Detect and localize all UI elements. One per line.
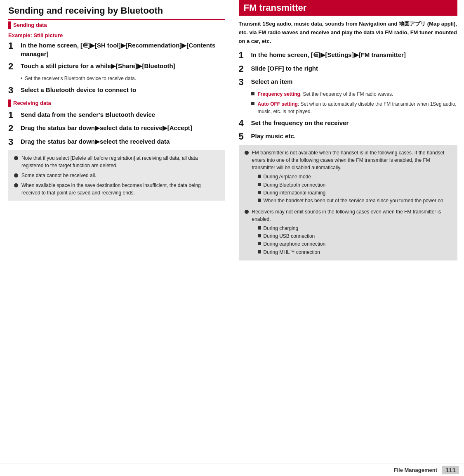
fm-sub-sq-6 <box>258 234 261 237</box>
fm-sub-text-6: During USB connection <box>264 232 315 240</box>
recv-step-num-3: 3 <box>8 137 19 147</box>
fm-note-bullet-2 <box>245 210 249 214</box>
fm-sub-text-2: Auto OFF setting: Set when to automatica… <box>258 100 458 115</box>
fm-note-2-sub-2: During USB connection <box>258 232 452 240</box>
fm-sub-sq-1 <box>258 175 261 178</box>
note-text-1: Note that if you select [Delete all befo… <box>21 154 219 169</box>
note-bullet-3 <box>14 183 18 187</box>
recv-step-text-1: Send data from the sender's Bluetooth de… <box>21 110 155 119</box>
fm-sub-text-1: During Airplane mode <box>264 173 311 181</box>
note-item-2: Some data cannot be received all. <box>14 172 219 179</box>
fm-sub-item-2: Auto OFF setting: Set when to automatica… <box>251 100 458 115</box>
receiving-step-2: 2 Drag the status bar down▶select data t… <box>8 123 225 133</box>
step-num-3: 3 <box>8 85 19 95</box>
fm-note-box: FM transmitter is not available when the… <box>239 145 458 260</box>
fm-note-content-1: FM transmitter is not available when the… <box>252 149 452 205</box>
fm-step-num-5: 5 <box>239 132 250 142</box>
fm-sub-text-2: During Bluetooth connection <box>264 181 326 189</box>
fm-sub-text-3: During international roaming <box>264 189 326 197</box>
fm-step-num-2: 2 <box>239 64 250 74</box>
fm-note-2-sublist: During charging During USB connection Du… <box>258 225 452 256</box>
right-column: FM transmitter Transmit 1Seg audio, musi… <box>232 0 464 464</box>
fm-note-bullet-1 <box>245 151 249 155</box>
fm-step-5: 5 Play music etc. <box>239 132 458 142</box>
fm-step-text-2: Slide [OFF] to the right <box>251 64 318 73</box>
fm-note-1-sub-2: During Bluetooth connection <box>258 181 452 189</box>
recv-step-num-1: 1 <box>8 110 19 120</box>
fm-sub-text-5: During charging <box>264 225 299 232</box>
fm-step-num-4: 4 <box>239 118 250 128</box>
fm-step-num-3: 3 <box>239 77 250 87</box>
recv-step-text-3: Drag the status bar down▶select the rece… <box>21 137 170 146</box>
fm-step-3: 3 Select an item <box>239 77 458 87</box>
receiving-data-heading: Receiving data <box>8 99 225 107</box>
left-column: Sending and receiving by Bluetooth Sendi… <box>0 0 232 464</box>
fm-step-text-5: Play music etc. <box>251 132 296 140</box>
fm-sub-text-4: When the handset has been out of the ser… <box>264 197 443 205</box>
fm-note-2-sub-3: During earphone connection <box>258 240 452 248</box>
receiving-step-1: 1 Send data from the sender's Bluetooth … <box>8 110 225 120</box>
page-number: 111 <box>442 466 459 474</box>
fm-steps: 1 In the home screen, [⋹]▶[Settings]▶[FM… <box>239 50 458 142</box>
main-title: Sending and receiving by Bluetooth <box>8 5 225 20</box>
sending-steps: 1 In the home screen, [⋹]▶[SH tool]▶[Rec… <box>8 41 225 95</box>
fm-sub-text-1: Frequency setting: Set the frequency of … <box>258 90 393 98</box>
heading-bar <box>8 21 11 29</box>
fm-note-1-sub-1: During Airplane mode <box>258 173 452 181</box>
fm-note-1-sub-3: During international roaming <box>258 189 452 197</box>
sending-data-heading: Sending data <box>8 21 225 29</box>
fm-step-4: 4 Set the frequency on the receiver <box>239 118 458 128</box>
fm-note-2-sub-1: During charging <box>258 225 452 232</box>
fm-sub-sq-2 <box>258 183 261 186</box>
step-text-1: In the home screen, [⋹]▶[SH tool]▶[Recom… <box>21 41 225 58</box>
sub-sq-1 <box>251 92 254 95</box>
footer-text: File Management <box>394 467 437 473</box>
left-note-box: Note that if you select [Delete all befo… <box>8 150 225 201</box>
fm-step-text-1: In the home screen, [⋹]▶[Settings]▶[FM t… <box>251 50 406 59</box>
fm-step-3-sub: Frequency setting: Set the frequency of … <box>251 90 458 115</box>
fm-note-text-2: Receivers may not emit sounds in the fol… <box>252 209 441 222</box>
step-num-1: 1 <box>8 41 19 51</box>
fm-step-text-3: Select an item <box>251 77 293 86</box>
recv-step-num-2: 2 <box>8 123 19 133</box>
sending-step-2-sub-item: Set the receiver's Bluetooth device to r… <box>21 75 225 82</box>
fm-step-2: 2 Slide [OFF] to the right <box>239 64 458 74</box>
fm-step-1: 1 In the home screen, [⋹]▶[Settings]▶[FM… <box>239 50 458 60</box>
fm-note-2-sub-4: During MHL™ connection <box>258 249 452 256</box>
fm-sub-sq-8 <box>258 250 261 253</box>
note-item-1: Note that if you select [Delete all befo… <box>14 154 219 169</box>
receiving-step-3: 3 Drag the status bar down▶select the re… <box>8 137 225 147</box>
fm-sub-sq-4 <box>258 199 261 202</box>
step-text-3: Select a Bluetooth device to connect to <box>21 85 136 94</box>
sub-sq-2 <box>251 102 254 105</box>
fm-note-1-sub-4: When the handset has been out of the ser… <box>258 197 452 205</box>
fm-sub-text-8: During MHL™ connection <box>264 249 320 256</box>
page-footer: File Management 111 <box>0 464 464 476</box>
note-bullet-2 <box>14 173 18 178</box>
example-label: Example: Still picture <box>8 32 225 38</box>
note-text-3: When available space in the save destina… <box>21 182 219 197</box>
recv-step-text-2: Drag the status bar down▶select data to … <box>21 123 192 132</box>
fm-note-content-2: Receivers may not emit sounds in the fol… <box>252 208 452 256</box>
sending-data-label: Sending data <box>13 21 47 29</box>
fm-description: Transmit 1Seg audio, music data, sounds … <box>239 20 458 45</box>
sending-step-2: 2 Touch a still picture for a while▶[Sha… <box>8 62 225 71</box>
fm-note-item-1: FM transmitter is not available when the… <box>245 149 452 205</box>
fm-sub-sq-5 <box>258 226 261 230</box>
frequency-setting-link: Frequency setting <box>258 91 300 97</box>
sending-step-3: 3 Select a Bluetooth device to connect t… <box>8 85 225 95</box>
fm-sub-text-7: During earphone connection <box>264 240 326 248</box>
sub-item-text: Set the receiver's Bluetooth device to r… <box>25 75 136 82</box>
sending-step-1: 1 In the home screen, [⋹]▶[SH tool]▶[Rec… <box>8 41 225 58</box>
sending-step-2-sub: Set the receiver's Bluetooth device to r… <box>21 75 225 82</box>
fm-note-item-2: Receivers may not emit sounds in the fol… <box>245 208 452 256</box>
fm-note-text-1: FM transmitter is not available when the… <box>252 150 445 171</box>
fm-step-text-4: Set the frequency on the receiver <box>251 118 349 127</box>
note-bullet-1 <box>14 156 18 160</box>
step-num-2: 2 <box>8 62 19 71</box>
fm-title: FM transmitter <box>239 0 458 16</box>
receiving-steps: 1 Send data from the sender's Bluetooth … <box>8 110 225 147</box>
step-text-2: Touch a still picture for a while▶[Share… <box>21 62 175 70</box>
heading-bar-2 <box>8 99 11 107</box>
fm-step-num-1: 1 <box>239 50 250 60</box>
